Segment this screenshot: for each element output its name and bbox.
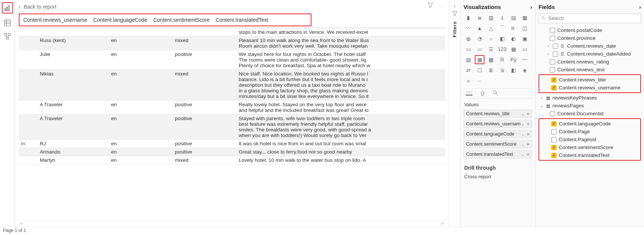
field-item[interactable]: Content.sentimentScore	[540, 143, 639, 151]
back-to-report-button[interactable]: ‹ Back to report	[19, 3, 56, 10]
viz-type-icon[interactable]: Py	[509, 55, 518, 64]
table-row[interactable]: stops to the main attractions in Venice.…	[19, 28, 445, 36]
expand-icon[interactable]: ›	[546, 52, 551, 56]
viz-type-icon[interactable]: 🗎	[486, 66, 496, 75]
viz-type-icon[interactable]: ▦	[509, 45, 518, 54]
viz-type-icon[interactable]: ☐	[475, 66, 485, 75]
viz-type-icon[interactable]: ◍	[463, 34, 473, 43]
value-field-pill[interactable]: Content.reviews_title⌄✕	[463, 110, 532, 118]
checkbox[interactable]	[551, 129, 557, 134]
viz-type-icon[interactable]: R	[497, 55, 507, 64]
checkbox[interactable]	[551, 137, 557, 142]
remove-icon[interactable]: ✕	[527, 132, 530, 136]
viz-type-icon[interactable]: ▮	[463, 13, 473, 22]
value-field-pill[interactable]: Content.reviews_usernam⌄✕	[463, 120, 532, 128]
viz-type-icon[interactable]: ▭	[520, 45, 530, 54]
chevron-down-icon[interactable]: ⌄	[521, 112, 524, 116]
viz-type-icon[interactable]: ◧	[509, 66, 518, 75]
table-row[interactable]: A TravelerenpositiveReally lovely hotel.…	[19, 101, 445, 114]
field-item[interactable]: Content.province	[539, 34, 641, 42]
checkbox[interactable]	[551, 85, 557, 90]
viz-type-icon[interactable]: ▲	[475, 24, 485, 33]
analytics-tab[interactable]	[493, 90, 499, 96]
report-view-icon[interactable]	[2, 2, 13, 14]
checkbox[interactable]	[551, 77, 557, 83]
viz-type-icon[interactable]: ◐	[509, 34, 518, 43]
expand-icon[interactable]: ›	[546, 44, 551, 48]
field-item[interactable]: ›🗓Content.reviews_date	[539, 42, 641, 50]
col-header[interactable]: Content.languageCode	[93, 17, 147, 23]
expand-icon[interactable]: ⌄	[539, 104, 544, 108]
table-row[interactable]: A TravelerenpositiveStayed with parents,…	[19, 114, 445, 140]
checkbox[interactable]	[550, 59, 555, 65]
field-item[interactable]: Content.postalCode	[539, 26, 641, 34]
viz-type-icon[interactable]: ▤	[463, 55, 473, 64]
more-icon[interactable]: ···	[439, 2, 445, 8]
table-row[interactable]: ArmandoenpositiveGreat stay... close to …	[19, 148, 445, 156]
viz-type-icon[interactable]: ▱	[475, 45, 485, 54]
field-item[interactable]: Content.languageCode	[540, 120, 639, 128]
viz-type-icon[interactable]: ◫	[520, 24, 530, 33]
value-field-pill[interactable]: Content.sentimentScore⌄✕	[463, 140, 532, 148]
table-row[interactable]: JulieenpositiveWe stayed here for four n…	[19, 50, 445, 70]
col-header[interactable]: Content.reviews_username	[23, 17, 87, 23]
model-view-icon[interactable]	[3, 32, 12, 41]
data-view-icon[interactable]	[3, 19, 12, 27]
field-item[interactable]: Content.Pagesid	[540, 136, 639, 143]
viz-type-icon[interactable]: 〰	[463, 24, 473, 33]
field-item[interactable]: ⌄▦reviewsPages	[539, 102, 641, 110]
viz-type-icon[interactable]: ◧	[497, 34, 507, 43]
checkbox[interactable]	[550, 28, 555, 33]
chevron-down-icon[interactable]: ⌄	[521, 132, 524, 136]
filter-icon[interactable]	[427, 2, 433, 8]
viz-type-icon[interactable]: ○	[486, 34, 496, 43]
viz-type-icon[interactable]: ☰	[486, 45, 496, 54]
value-field-pill[interactable]: Content.languageCode⌄✕	[463, 130, 532, 138]
remove-icon[interactable]: ✕	[527, 152, 530, 157]
search-input[interactable]	[548, 15, 638, 22]
chevron-down-icon[interactable]: ⌄	[521, 122, 524, 126]
filters-pane-collapsed[interactable]: ‹ Filters	[449, 0, 460, 227]
viz-type-icon[interactable]: ⊪	[509, 24, 518, 33]
viz-type-icon[interactable]: ◔	[475, 34, 485, 43]
col-header[interactable]: Content.sentimentScore	[153, 17, 209, 23]
viz-type-icon[interactable]: △	[486, 24, 496, 33]
viz-type-icon[interactable]: ▦	[475, 55, 485, 64]
remove-icon[interactable]: ✕	[527, 122, 530, 126]
field-item[interactable]: Content.Page	[540, 128, 639, 136]
chevron-down-icon[interactable]: ⌄	[521, 142, 524, 146]
chevron-right-icon[interactable]: ›	[639, 4, 641, 10]
viz-type-icon[interactable]: ⫿	[497, 13, 507, 22]
field-item[interactable]: Content.reviews_username	[540, 84, 639, 92]
viz-type-icon[interactable]: ⇄	[463, 66, 473, 75]
viz-type-icon[interactable]: ···	[475, 76, 485, 85]
format-tab[interactable]	[480, 90, 485, 96]
checkbox[interactable]	[550, 36, 555, 41]
col-header[interactable]: Content.translatedText	[216, 17, 268, 23]
remove-icon[interactable]: ✕	[527, 112, 530, 116]
field-item[interactable]: Content.Documentid	[539, 110, 641, 118]
viz-type-icon[interactable]: ◈	[520, 66, 530, 75]
table-row[interactable]: Russ (kent)enmixedPleasant 10 min walk a…	[19, 36, 445, 50]
viz-type-icon[interactable]: ▦	[520, 13, 530, 22]
field-item[interactable]: ›▦reviewsKeyPhrases	[539, 94, 641, 102]
table-row[interactable]: mRJenpositiveIt was ok hotel is nice fro…	[19, 140, 445, 148]
chevron-right-icon[interactable]: ›	[530, 4, 532, 10]
viz-type-icon[interactable]: ⇲	[497, 66, 507, 75]
field-item[interactable]: Content.translatedText	[540, 151, 639, 159]
chevron-left-icon[interactable]: ‹	[454, 3, 455, 9]
checkbox[interactable]	[551, 145, 557, 150]
remove-icon[interactable]: ✕	[527, 142, 530, 146]
data-table[interactable]: stops to the main attractions in Venice.…	[19, 28, 445, 164]
field-item[interactable]: Content.reviews_text	[539, 66, 641, 74]
table-row[interactable]: MartynenmixedLovely hotel, 10 min walk t…	[19, 156, 445, 164]
field-item[interactable]: Content.reviews_title	[540, 76, 639, 84]
value-field-pill[interactable]: Content.translatedText⌄✕	[463, 150, 532, 158]
field-item[interactable]: ›🗓Content.reviews_dateAdded	[539, 50, 641, 58]
fields-search[interactable]	[539, 13, 641, 23]
field-item[interactable]: Content.reviews_rating	[539, 58, 641, 66]
viz-type-icon[interactable]: 123	[497, 45, 507, 54]
checkbox[interactable]	[550, 67, 555, 72]
checkbox[interactable]	[553, 44, 558, 49]
table-row[interactable]: NiklasenmixedNice staff. Nice location. …	[19, 70, 445, 101]
